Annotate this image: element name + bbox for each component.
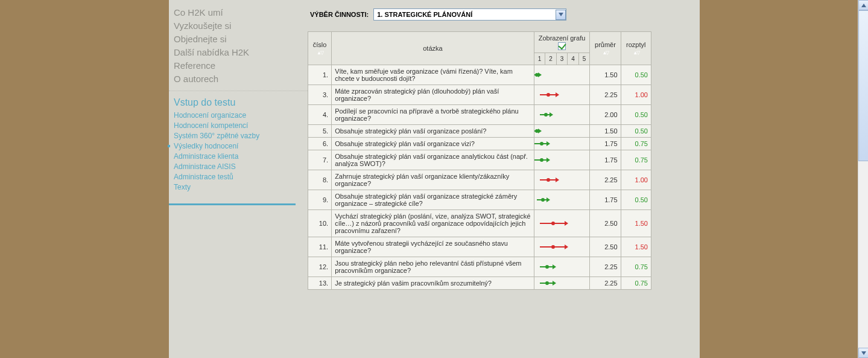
scroll-up-button[interactable] bbox=[858, 0, 868, 10]
row-question: Máte vytvořenou strategii vycházející ze… bbox=[332, 237, 534, 257]
sub-nav-item[interactable]: Administrace testů bbox=[174, 172, 308, 182]
row-number: 7. bbox=[308, 150, 332, 170]
filter-label: VÝBĚR ČINNOSTI: bbox=[310, 11, 369, 18]
sub-nav-item[interactable]: Texty bbox=[174, 182, 308, 193]
svg-marker-1 bbox=[538, 72, 542, 77]
row-average: 1.50 bbox=[590, 65, 621, 85]
th-chart: Zobrazení grafu bbox=[534, 32, 590, 53]
svg-marker-0 bbox=[559, 13, 563, 16]
row-number: 5. bbox=[308, 124, 332, 137]
sub-nav-item[interactable]: Výsledky hodnocení bbox=[174, 141, 308, 152]
row-number: 1. bbox=[308, 65, 332, 85]
row-question: Obsahuje strategický plán vaší organizac… bbox=[332, 124, 534, 137]
activity-select-value: 1. STRATEGICKÉ PLÁNOVÁNÍ bbox=[377, 11, 472, 18]
svg-marker-3 bbox=[550, 112, 553, 117]
row-question: Je strategický plán vašim pracovníkům sr… bbox=[332, 276, 534, 289]
table-row: 7.Obsahuje strategický plán vaší organiz… bbox=[308, 150, 651, 170]
svg-marker-5 bbox=[546, 141, 550, 146]
table-row: 6.Obsahuje strategický plán vaší organiz… bbox=[308, 137, 651, 150]
main-nav-item[interactable]: Objednejte si bbox=[174, 33, 308, 46]
sub-nav-item[interactable]: Hodnocení organizace bbox=[174, 110, 308, 121]
row-question: Podílejí se pracovníci na přípravě a tvo… bbox=[332, 104, 534, 124]
tick-header: 2 bbox=[545, 53, 557, 65]
row-dispersion: 0.50 bbox=[621, 190, 651, 209]
th-question: otázka bbox=[332, 32, 534, 65]
activity-select[interactable]: 1. STRATEGICKÉ PLÁNOVÁNÍ bbox=[373, 8, 566, 21]
row-question: Máte zpracován strategický plán (dlouhod… bbox=[332, 85, 534, 104]
table-row: 8.Zahrnuje strategický plán vaší organiz… bbox=[308, 170, 651, 190]
row-chart bbox=[534, 209, 590, 237]
sub-nav-item[interactable]: Systém 360° zpětné vazby bbox=[174, 131, 308, 141]
th-number[interactable]: číslo▲▽ bbox=[308, 32, 332, 65]
svg-marker-7 bbox=[556, 177, 559, 182]
sub-nav-item[interactable]: Hodnocení kompetencí bbox=[174, 121, 308, 131]
row-dispersion: 1.50 bbox=[621, 209, 651, 237]
table-row: 3.Máte zpracován strategický plán (dlouh… bbox=[308, 85, 651, 104]
th-average[interactable]: průměr▲▽ bbox=[590, 32, 621, 65]
row-chart bbox=[534, 170, 590, 190]
sub-nav-item[interactable]: Administrace klienta bbox=[174, 152, 308, 162]
main-nav-item[interactable]: O autorech bbox=[174, 72, 308, 86]
row-number: 10. bbox=[308, 209, 332, 237]
svg-marker-13 bbox=[861, 4, 866, 7]
row-number: 13. bbox=[308, 276, 332, 289]
tick-header: 1 bbox=[534, 53, 545, 65]
row-question: Obsahuje strategický plán vaší organizac… bbox=[332, 190, 534, 209]
table-row: 11.Máte vytvořenou strategii vycházející… bbox=[308, 237, 651, 257]
row-question: Víte, kam směřuje vaše organizace (vámi … bbox=[332, 65, 534, 85]
scroll-thumb[interactable] bbox=[858, 10, 868, 161]
row-chart bbox=[534, 150, 590, 170]
chart-visibility-checkbox[interactable] bbox=[558, 42, 566, 50]
vertical-scrollbar[interactable] bbox=[858, 0, 868, 358]
table-row: 1.Víte, kam směřuje vaše organizace (vám… bbox=[308, 65, 651, 85]
row-number: 3. bbox=[308, 85, 332, 104]
sub-nav-item[interactable]: Administrace AISIS bbox=[174, 162, 308, 172]
svg-marker-8 bbox=[546, 197, 550, 202]
main-nav: Co H2K umíVyzkoušejte siObjednejte siDal… bbox=[169, 6, 308, 91]
row-chart bbox=[534, 190, 590, 209]
svg-marker-6 bbox=[546, 158, 550, 162]
row-dispersion: 1.50 bbox=[621, 237, 651, 257]
row-average: 2.50 bbox=[590, 237, 621, 257]
row-chart bbox=[534, 276, 590, 289]
row-chart bbox=[534, 124, 590, 137]
row-number: 12. bbox=[308, 257, 332, 276]
sidebar: Co H2K umíVyzkoušejte siObjednejte siDal… bbox=[169, 0, 308, 358]
row-average: 2.25 bbox=[590, 170, 621, 190]
row-chart bbox=[534, 237, 590, 257]
svg-marker-10 bbox=[565, 245, 568, 249]
scroll-down-button[interactable] bbox=[858, 348, 868, 358]
content-area: VÝBĚR ČINNOSTI: 1. STRATEGICKÉ PLÁNOVÁNÍ… bbox=[308, 0, 700, 358]
main-nav-item[interactable]: Vyzkoušejte si bbox=[174, 19, 308, 33]
th-dispersion[interactable]: rozptyl▲▽ bbox=[621, 32, 651, 65]
main-nav-item[interactable]: Reference bbox=[174, 59, 308, 72]
row-number: 8. bbox=[308, 170, 332, 190]
svg-marker-14 bbox=[861, 351, 866, 355]
row-average: 2.25 bbox=[590, 276, 621, 289]
tick-header: 3 bbox=[556, 53, 568, 65]
row-dispersion: 0.50 bbox=[621, 65, 651, 85]
svg-marker-11 bbox=[553, 264, 556, 269]
row-average: 1.75 bbox=[590, 137, 621, 150]
tick-header: 4 bbox=[568, 53, 579, 65]
svg-marker-4 bbox=[538, 129, 542, 133]
row-dispersion: 0.50 bbox=[621, 124, 651, 137]
row-average: 2.00 bbox=[590, 104, 621, 124]
row-question: Obsahuje strategický plán vaší organizac… bbox=[332, 137, 534, 150]
row-chart bbox=[534, 137, 590, 150]
row-average: 2.25 bbox=[590, 257, 621, 276]
table-row: 12.Jsou strategický plán nebo jeho relev… bbox=[308, 257, 651, 276]
row-chart bbox=[534, 85, 590, 104]
sub-nav-heading[interactable]: Vstup do testu bbox=[169, 97, 308, 108]
main-nav-item[interactable]: Další nabídka H2K bbox=[174, 46, 308, 59]
row-dispersion: 0.50 bbox=[621, 104, 651, 124]
nav-divider bbox=[169, 203, 296, 205]
row-chart bbox=[534, 257, 590, 276]
row-average: 1.75 bbox=[590, 150, 621, 170]
row-question: Obsahuje strategický plán vaší organizac… bbox=[332, 150, 534, 170]
svg-marker-9 bbox=[565, 221, 568, 226]
row-question: Vychází strategický plán (poslání, vize,… bbox=[332, 209, 534, 237]
main-nav-item[interactable]: Co H2K umí bbox=[174, 6, 308, 19]
row-dispersion: 0.75 bbox=[621, 276, 651, 289]
questions-table: číslo▲▽ otázka Zobrazení grafu průměr▲▽ … bbox=[308, 31, 651, 290]
